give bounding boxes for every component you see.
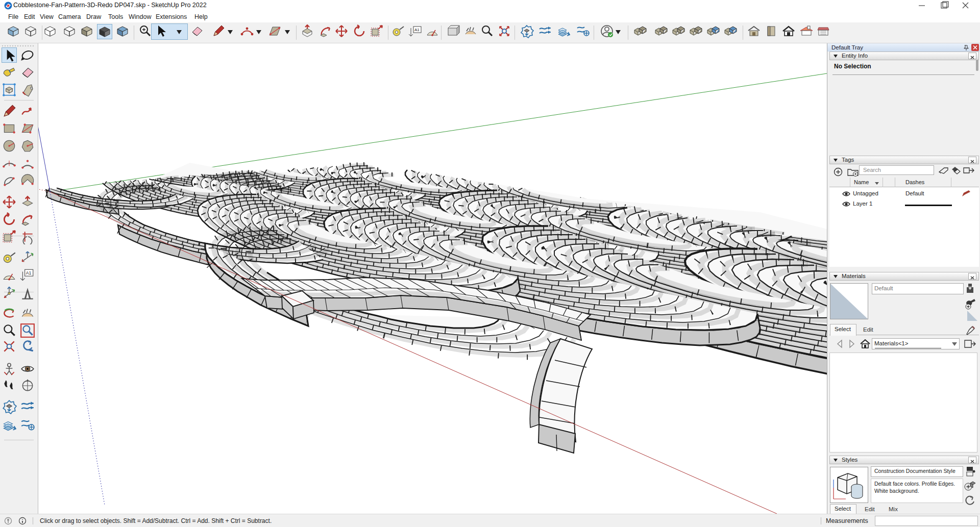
svg-text:A1: A1 bbox=[26, 270, 32, 275]
svg-text:A1: A1 bbox=[414, 28, 420, 32]
